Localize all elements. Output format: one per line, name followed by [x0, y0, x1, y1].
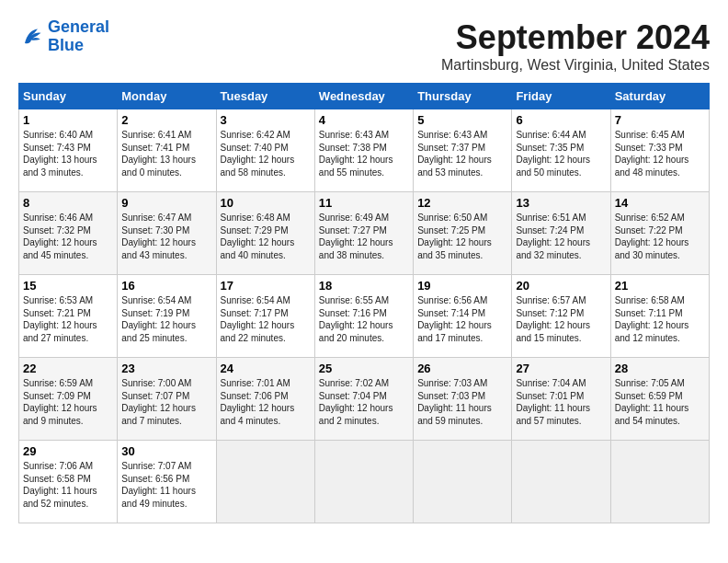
day-number: 13 [516, 196, 606, 210]
day-number: 23 [121, 362, 211, 375]
calendar-cell: 14 Sunrise: 6:52 AMSunset: 7:22 PMDaylig… [610, 192, 709, 275]
day-info: Sunrise: 6:41 AMSunset: 7:41 PMDaylight:… [121, 130, 196, 178]
calendar-cell: 7 Sunrise: 6:45 AMSunset: 7:33 PMDayligh… [610, 109, 709, 192]
col-header-sunday: Sunday [19, 84, 118, 109]
calendar-cell: 2 Sunrise: 6:41 AMSunset: 7:41 PMDayligh… [118, 109, 216, 192]
day-number: 30 [121, 444, 211, 458]
logo-line1: General [48, 17, 109, 36]
calendar-cell: 13 Sunrise: 6:51 AMSunset: 7:24 PMDaylig… [512, 192, 610, 275]
calendar-cell: 28 Sunrise: 7:05 AMSunset: 6:59 PMDaylig… [610, 358, 709, 441]
day-info: Sunrise: 6:48 AMSunset: 7:29 PMDaylight:… [221, 213, 295, 260]
day-number: 4 [319, 113, 409, 127]
day-number: 2 [121, 113, 211, 127]
calendar-cell [610, 441, 709, 523]
calendar-cell: 12 Sunrise: 6:50 AMSunset: 7:25 PMDaylig… [414, 192, 512, 275]
calendar-cell: 22 Sunrise: 6:59 AMSunset: 7:09 PMDaylig… [19, 358, 118, 441]
day-number: 21 [615, 279, 705, 293]
calendar-cell: 16 Sunrise: 6:54 AMSunset: 7:19 PMDaylig… [118, 275, 216, 358]
logo: General Blue [18, 18, 109, 55]
day-info: Sunrise: 7:04 AMSunset: 7:01 PMDaylight:… [516, 378, 590, 426]
day-info: Sunrise: 6:50 AMSunset: 7:25 PMDaylight:… [417, 213, 492, 260]
day-info: Sunrise: 6:57 AMSunset: 7:12 PMDaylight:… [516, 295, 590, 343]
calendar-cell [314, 441, 413, 523]
day-number: 18 [319, 279, 409, 293]
day-info: Sunrise: 6:54 AMSunset: 7:17 PMDaylight:… [221, 295, 295, 343]
calendar-cell: 18 Sunrise: 6:55 AMSunset: 7:16 PMDaylig… [314, 275, 413, 358]
day-number: 14 [615, 196, 705, 210]
day-info: Sunrise: 7:07 AMSunset: 6:56 PMDaylight:… [121, 461, 196, 509]
day-info: Sunrise: 6:59 AMSunset: 7:09 PMDaylight:… [23, 378, 97, 426]
col-header-monday: Monday [118, 84, 216, 109]
calendar-cell: 29 Sunrise: 7:06 AMSunset: 6:58 PMDaylig… [19, 441, 118, 523]
calendar-cell: 25 Sunrise: 7:02 AMSunset: 7:04 PMDaylig… [314, 358, 413, 441]
day-info: Sunrise: 7:03 AMSunset: 7:03 PMDaylight:… [417, 378, 492, 426]
day-number: 26 [417, 362, 507, 375]
day-info: Sunrise: 7:02 AMSunset: 7:04 PMDaylight:… [319, 378, 393, 426]
day-info: Sunrise: 6:56 AMSunset: 7:14 PMDaylight:… [417, 295, 492, 343]
calendar-cell: 1 Sunrise: 6:40 AMSunset: 7:43 PMDayligh… [19, 109, 118, 192]
day-number: 11 [319, 196, 409, 210]
calendar-cell: 20 Sunrise: 6:57 AMSunset: 7:12 PMDaylig… [512, 275, 610, 358]
day-number: 3 [221, 113, 311, 127]
calendar-cell: 11 Sunrise: 6:49 AMSunset: 7:27 PMDaylig… [314, 192, 413, 275]
location-title: Martinsburg, West Virginia, United State… [441, 57, 710, 74]
day-info: Sunrise: 6:55 AMSunset: 7:16 PMDaylight:… [319, 295, 393, 343]
day-number: 19 [417, 279, 507, 293]
calendar-cell [216, 441, 314, 523]
calendar-cell: 3 Sunrise: 6:42 AMSunset: 7:40 PMDayligh… [216, 109, 314, 192]
calendar-cell: 19 Sunrise: 6:56 AMSunset: 7:14 PMDaylig… [414, 275, 512, 358]
calendar-cell: 24 Sunrise: 7:01 AMSunset: 7:06 PMDaylig… [216, 358, 314, 441]
day-number: 28 [615, 362, 705, 375]
day-info: Sunrise: 6:42 AMSunset: 7:40 PMDaylight:… [221, 130, 295, 178]
day-info: Sunrise: 6:54 AMSunset: 7:19 PMDaylight:… [121, 295, 196, 343]
month-title: September 2024 [441, 18, 710, 57]
calendar-cell: 8 Sunrise: 6:46 AMSunset: 7:32 PMDayligh… [19, 192, 118, 275]
day-info: Sunrise: 7:06 AMSunset: 6:58 PMDaylight:… [23, 461, 97, 509]
calendar-cell: 27 Sunrise: 7:04 AMSunset: 7:01 PMDaylig… [512, 358, 610, 441]
calendar-cell [414, 441, 512, 523]
day-number: 24 [221, 362, 311, 375]
day-info: Sunrise: 6:58 AMSunset: 7:11 PMDaylight:… [615, 295, 689, 343]
day-number: 7 [615, 113, 705, 127]
calendar-cell: 17 Sunrise: 6:54 AMSunset: 7:17 PMDaylig… [216, 275, 314, 358]
calendar-cell: 10 Sunrise: 6:48 AMSunset: 7:29 PMDaylig… [216, 192, 314, 275]
calendar-cell: 26 Sunrise: 7:03 AMSunset: 7:03 PMDaylig… [414, 358, 512, 441]
calendar-cell: 6 Sunrise: 6:44 AMSunset: 7:35 PMDayligh… [512, 109, 610, 192]
day-number: 20 [516, 279, 606, 293]
day-info: Sunrise: 6:43 AMSunset: 7:37 PMDaylight:… [417, 130, 492, 178]
day-number: 6 [516, 113, 606, 127]
calendar-cell: 21 Sunrise: 6:58 AMSunset: 7:11 PMDaylig… [610, 275, 709, 358]
day-info: Sunrise: 6:53 AMSunset: 7:21 PMDaylight:… [23, 295, 97, 343]
day-info: Sunrise: 6:51 AMSunset: 7:24 PMDaylight:… [516, 213, 590, 260]
day-number: 10 [221, 196, 311, 210]
calendar-cell: 30 Sunrise: 7:07 AMSunset: 6:56 PMDaylig… [118, 441, 216, 523]
day-number: 16 [121, 279, 211, 293]
day-info: Sunrise: 6:46 AMSunset: 7:32 PMDaylight:… [23, 213, 97, 260]
day-info: Sunrise: 6:52 AMSunset: 7:22 PMDaylight:… [615, 213, 689, 260]
col-header-thursday: Thursday [414, 84, 512, 109]
day-info: Sunrise: 7:00 AMSunset: 7:07 PMDaylight:… [121, 378, 196, 426]
day-number: 22 [23, 362, 113, 375]
day-info: Sunrise: 6:45 AMSunset: 7:33 PMDaylight:… [615, 130, 689, 178]
calendar-cell: 15 Sunrise: 6:53 AMSunset: 7:21 PMDaylig… [19, 275, 118, 358]
col-header-saturday: Saturday [610, 84, 709, 109]
day-number: 15 [23, 279, 113, 293]
col-header-wednesday: Wednesday [314, 84, 413, 109]
day-number: 25 [319, 362, 409, 375]
day-info: Sunrise: 6:47 AMSunset: 7:30 PMDaylight:… [121, 213, 196, 260]
calendar-cell: 5 Sunrise: 6:43 AMSunset: 7:37 PMDayligh… [414, 109, 512, 192]
day-info: Sunrise: 7:01 AMSunset: 7:06 PMDaylight:… [221, 378, 295, 426]
day-info: Sunrise: 6:40 AMSunset: 7:43 PMDaylight:… [23, 130, 97, 178]
day-number: 12 [417, 196, 507, 210]
day-info: Sunrise: 6:44 AMSunset: 7:35 PMDaylight:… [516, 130, 590, 178]
calendar-cell [512, 441, 610, 523]
day-number: 29 [23, 444, 113, 458]
day-number: 17 [221, 279, 311, 293]
day-number: 1 [23, 113, 113, 127]
day-number: 9 [121, 196, 211, 210]
logo-line2: Blue [48, 36, 84, 54]
day-info: Sunrise: 6:49 AMSunset: 7:27 PMDaylight:… [319, 213, 393, 260]
col-header-tuesday: Tuesday [216, 84, 314, 109]
day-info: Sunrise: 6:43 AMSunset: 7:38 PMDaylight:… [319, 130, 393, 178]
calendar-cell: 4 Sunrise: 6:43 AMSunset: 7:38 PMDayligh… [314, 109, 413, 192]
